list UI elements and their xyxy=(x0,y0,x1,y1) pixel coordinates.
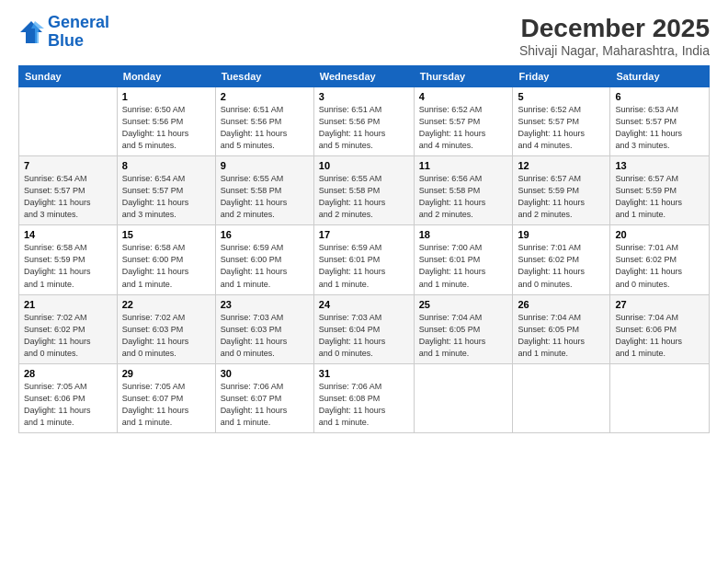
day-info: Sunrise: 7:04 AM Sunset: 6:05 PM Dayligh… xyxy=(419,312,508,360)
calendar-cell: 24Sunrise: 7:03 AM Sunset: 6:04 PM Dayli… xyxy=(313,294,414,363)
calendar-cell xyxy=(19,87,118,156)
day-info: Sunrise: 7:04 AM Sunset: 6:05 PM Dayligh… xyxy=(518,312,605,360)
day-number: 30 xyxy=(221,368,309,379)
logo: General Blue xyxy=(18,14,109,51)
day-number: 1 xyxy=(122,91,210,102)
day-number: 7 xyxy=(24,160,112,171)
day-number: 12 xyxy=(518,160,605,171)
day-number: 10 xyxy=(319,160,409,171)
day-info: Sunrise: 7:01 AM Sunset: 6:02 PM Dayligh… xyxy=(615,242,704,290)
header: General Blue December 2025 Shivaji Nagar… xyxy=(18,14,710,58)
calendar-cell: 7Sunrise: 6:54 AM Sunset: 5:57 PM Daylig… xyxy=(19,156,118,225)
day-number: 20 xyxy=(615,229,704,240)
header-cell-wednesday: Wednesday xyxy=(313,66,414,87)
calendar-cell xyxy=(610,363,710,432)
calendar-cell: 18Sunrise: 7:00 AM Sunset: 6:01 PM Dayli… xyxy=(414,225,513,294)
day-number: 14 xyxy=(24,229,112,240)
calendar-cell: 14Sunrise: 6:58 AM Sunset: 5:59 PM Dayli… xyxy=(19,225,118,294)
week-row-3: 14Sunrise: 6:58 AM Sunset: 5:59 PM Dayli… xyxy=(19,225,710,294)
calendar-cell: 11Sunrise: 6:56 AM Sunset: 5:58 PM Dayli… xyxy=(414,156,513,225)
day-info: Sunrise: 6:53 AM Sunset: 5:57 PM Dayligh… xyxy=(615,104,704,152)
day-info: Sunrise: 7:03 AM Sunset: 6:04 PM Dayligh… xyxy=(319,312,409,360)
calendar-cell: 16Sunrise: 6:59 AM Sunset: 6:00 PM Dayli… xyxy=(215,225,313,294)
header-cell-sunday: Sunday xyxy=(19,66,118,87)
calendar-cell: 13Sunrise: 6:57 AM Sunset: 5:59 PM Dayli… xyxy=(610,156,710,225)
day-info: Sunrise: 6:54 AM Sunset: 5:57 PM Dayligh… xyxy=(24,173,112,221)
day-info: Sunrise: 7:05 AM Sunset: 6:07 PM Dayligh… xyxy=(122,381,210,429)
day-info: Sunrise: 6:51 AM Sunset: 5:56 PM Dayligh… xyxy=(319,104,409,152)
calendar-cell: 4Sunrise: 6:52 AM Sunset: 5:57 PM Daylig… xyxy=(414,87,513,156)
calendar-cell: 15Sunrise: 6:58 AM Sunset: 6:00 PM Dayli… xyxy=(117,225,215,294)
day-number: 22 xyxy=(122,299,210,310)
day-number: 23 xyxy=(221,299,309,310)
day-info: Sunrise: 6:55 AM Sunset: 5:58 PM Dayligh… xyxy=(319,173,409,221)
calendar-cell: 19Sunrise: 7:01 AM Sunset: 6:02 PM Dayli… xyxy=(513,225,610,294)
subtitle: Shivaji Nagar, Maharashtra, India xyxy=(519,43,710,58)
day-info: Sunrise: 7:05 AM Sunset: 6:06 PM Dayligh… xyxy=(24,381,112,429)
header-cell-monday: Monday xyxy=(117,66,215,87)
day-number: 28 xyxy=(24,368,112,379)
calendar-table: SundayMondayTuesdayWednesdayThursdayFrid… xyxy=(18,65,710,433)
day-info: Sunrise: 6:57 AM Sunset: 5:59 PM Dayligh… xyxy=(518,173,605,221)
calendar-cell: 12Sunrise: 6:57 AM Sunset: 5:59 PM Dayli… xyxy=(513,156,610,225)
logo-icon xyxy=(18,19,44,45)
day-info: Sunrise: 6:58 AM Sunset: 6:00 PM Dayligh… xyxy=(122,242,210,290)
day-number: 5 xyxy=(518,91,605,102)
day-info: Sunrise: 6:55 AM Sunset: 5:58 PM Dayligh… xyxy=(221,173,309,221)
day-info: Sunrise: 6:58 AM Sunset: 5:59 PM Dayligh… xyxy=(24,242,112,290)
day-number: 18 xyxy=(419,229,508,240)
logo-line2: Blue xyxy=(48,31,84,50)
calendar-cell: 6Sunrise: 6:53 AM Sunset: 5:57 PM Daylig… xyxy=(610,87,710,156)
week-row-5: 28Sunrise: 7:05 AM Sunset: 6:06 PM Dayli… xyxy=(19,363,710,432)
calendar-cell: 22Sunrise: 7:02 AM Sunset: 6:03 PM Dayli… xyxy=(117,294,215,363)
day-number: 8 xyxy=(122,160,210,171)
day-info: Sunrise: 6:52 AM Sunset: 5:57 PM Dayligh… xyxy=(518,104,605,152)
logo-line1: General xyxy=(48,13,109,31)
week-row-1: 1Sunrise: 6:50 AM Sunset: 5:56 PM Daylig… xyxy=(19,87,710,156)
calendar-cell: 3Sunrise: 6:51 AM Sunset: 5:56 PM Daylig… xyxy=(313,87,414,156)
calendar-cell: 2Sunrise: 6:51 AM Sunset: 5:56 PM Daylig… xyxy=(215,87,313,156)
day-number: 19 xyxy=(518,229,605,240)
day-info: Sunrise: 7:02 AM Sunset: 6:03 PM Dayligh… xyxy=(122,312,210,360)
day-number: 3 xyxy=(319,91,409,102)
calendar-cell: 30Sunrise: 7:06 AM Sunset: 6:07 PM Dayli… xyxy=(215,363,313,432)
day-info: Sunrise: 7:03 AM Sunset: 6:03 PM Dayligh… xyxy=(221,312,309,360)
calendar-cell: 17Sunrise: 6:59 AM Sunset: 6:01 PM Dayli… xyxy=(313,225,414,294)
day-number: 9 xyxy=(221,160,309,171)
day-number: 15 xyxy=(122,229,210,240)
week-row-4: 21Sunrise: 7:02 AM Sunset: 6:02 PM Dayli… xyxy=(19,294,710,363)
header-cell-tuesday: Tuesday xyxy=(215,66,313,87)
day-number: 21 xyxy=(24,299,112,310)
calendar-cell: 28Sunrise: 7:05 AM Sunset: 6:06 PM Dayli… xyxy=(19,363,118,432)
day-number: 16 xyxy=(221,229,309,240)
calendar-cell: 8Sunrise: 6:54 AM Sunset: 5:57 PM Daylig… xyxy=(117,156,215,225)
calendar-cell: 10Sunrise: 6:55 AM Sunset: 5:58 PM Dayli… xyxy=(313,156,414,225)
header-cell-thursday: Thursday xyxy=(414,66,513,87)
day-info: Sunrise: 6:51 AM Sunset: 5:56 PM Dayligh… xyxy=(221,104,309,152)
day-number: 26 xyxy=(518,299,605,310)
day-info: Sunrise: 6:59 AM Sunset: 6:00 PM Dayligh… xyxy=(221,242,309,290)
calendar-cell: 21Sunrise: 7:02 AM Sunset: 6:02 PM Dayli… xyxy=(19,294,118,363)
header-row: SundayMondayTuesdayWednesdayThursdayFrid… xyxy=(19,66,710,87)
day-info: Sunrise: 6:52 AM Sunset: 5:57 PM Dayligh… xyxy=(419,104,508,152)
day-info: Sunrise: 7:01 AM Sunset: 6:02 PM Dayligh… xyxy=(518,242,605,290)
calendar-cell: 20Sunrise: 7:01 AM Sunset: 6:02 PM Dayli… xyxy=(610,225,710,294)
day-info: Sunrise: 7:04 AM Sunset: 6:06 PM Dayligh… xyxy=(615,312,704,360)
calendar-cell: 5Sunrise: 6:52 AM Sunset: 5:57 PM Daylig… xyxy=(513,87,610,156)
calendar-cell: 25Sunrise: 7:04 AM Sunset: 6:05 PM Dayli… xyxy=(414,294,513,363)
week-row-2: 7Sunrise: 6:54 AM Sunset: 5:57 PM Daylig… xyxy=(19,156,710,225)
calendar-cell: 23Sunrise: 7:03 AM Sunset: 6:03 PM Dayli… xyxy=(215,294,313,363)
day-number: 11 xyxy=(419,160,508,171)
day-number: 17 xyxy=(319,229,409,240)
calendar-cell: 1Sunrise: 6:50 AM Sunset: 5:56 PM Daylig… xyxy=(117,87,215,156)
header-cell-saturday: Saturday xyxy=(610,66,710,87)
day-number: 4 xyxy=(419,91,508,102)
day-info: Sunrise: 7:00 AM Sunset: 6:01 PM Dayligh… xyxy=(419,242,508,290)
day-number: 24 xyxy=(319,299,409,310)
main-title: December 2025 xyxy=(519,14,710,43)
day-number: 29 xyxy=(122,368,210,379)
calendar-cell xyxy=(414,363,513,432)
calendar-cell: 29Sunrise: 7:05 AM Sunset: 6:07 PM Dayli… xyxy=(117,363,215,432)
day-number: 31 xyxy=(319,368,409,379)
header-cell-friday: Friday xyxy=(513,66,610,87)
